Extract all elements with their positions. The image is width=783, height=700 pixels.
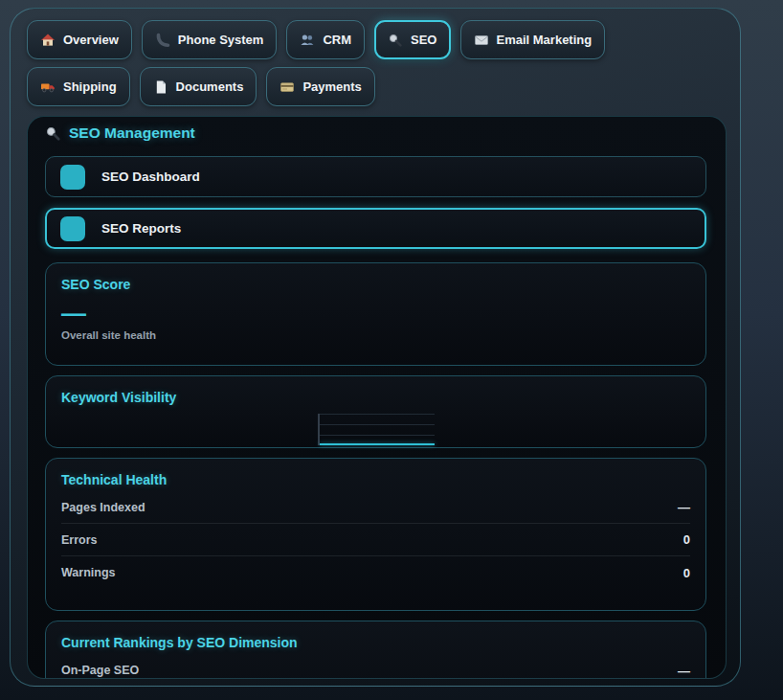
tab-label: Email Marketing <box>497 33 593 47</box>
envelope-icon <box>474 33 489 48</box>
magnifier-icon <box>388 33 403 48</box>
cyan-square-icon <box>60 216 85 241</box>
seo-score-value: — <box>61 305 690 321</box>
seo-management-panel: SEO Management SEO Dashboard SEO Reports… <box>27 116 727 679</box>
tab-label: CRM <box>323 33 351 47</box>
tab-label: Overview <box>63 33 119 47</box>
stat-label: On-Page SEO <box>61 664 139 677</box>
card-list: SEO Score — Overall site health Keyword … <box>45 262 706 679</box>
menu-item-label: SEO Reports <box>101 221 181 236</box>
tab-shipping[interactable]: Shipping <box>27 67 130 106</box>
menu-item-seo-dashboard[interactable]: SEO Dashboard <box>45 156 706 197</box>
tab-phone-system[interactable]: Phone System <box>142 20 278 59</box>
stat-rows: Pages Indexed — Errors 0 Warnings 0 <box>61 491 690 589</box>
credit-card-icon <box>280 79 295 95</box>
menu-item-label: SEO Dashboard <box>101 169 200 184</box>
tab-label: Phone System <box>178 33 264 47</box>
magnifier-icon <box>45 125 61 142</box>
technical-health-card: Technical Health Pages Indexed — Errors … <box>45 458 706 611</box>
stat-rows: On-Page SEO — <box>61 654 690 679</box>
panel-title: SEO Management <box>69 124 195 142</box>
tab-payments[interactable]: Payments <box>266 67 374 106</box>
tab-label: Payments <box>302 79 361 94</box>
stat-row-warnings: Warnings 0 <box>61 556 690 589</box>
stat-row-pages-indexed: Pages Indexed — <box>61 491 690 524</box>
tab-seo[interactable]: SEO <box>374 20 450 59</box>
menu-item-seo-reports[interactable]: SEO Reports <box>45 208 706 249</box>
document-icon <box>153 79 168 95</box>
keyword-visibility-chart <box>318 414 435 445</box>
card-title: Keyword Visibility <box>61 390 690 405</box>
stat-value: — <box>678 664 690 678</box>
tab-documents[interactable]: Documents <box>140 67 257 106</box>
phone-icon <box>155 33 170 48</box>
keyword-visibility-card: Keyword Visibility <box>45 375 706 448</box>
tab-crm[interactable]: CRM <box>286 20 365 59</box>
seo-score-card: SEO Score — Overall site health <box>45 262 706 366</box>
stat-row-errors: Errors 0 <box>61 524 690 556</box>
cyan-square-icon <box>60 165 85 190</box>
stat-value: — <box>678 500 690 514</box>
stat-value: 0 <box>683 532 690 547</box>
people-icon <box>300 33 315 48</box>
stat-label: Warnings <box>61 566 115 579</box>
tab-label: Documents <box>176 79 244 94</box>
current-rankings-card: Current Rankings by SEO Dimension On-Pag… <box>45 621 706 679</box>
chart-baseline <box>320 443 435 445</box>
seo-score-subtitle: Overall site health <box>61 329 690 341</box>
home-icon <box>40 33 56 48</box>
panel-header: SEO Management <box>45 123 706 144</box>
stat-label: Pages Indexed <box>61 501 145 514</box>
stat-label: Errors <box>61 533 98 547</box>
chart-gridline <box>320 424 435 425</box>
app-frame: Overview Phone System CRM SEO <box>10 8 741 687</box>
truck-icon <box>40 79 56 95</box>
chart-gridline <box>320 435 435 436</box>
tab-label: SEO <box>411 33 436 47</box>
tab-bar: Overview Phone System CRM SEO <box>27 20 703 106</box>
card-title: SEO Score <box>61 277 690 292</box>
tab-overview[interactable]: Overview <box>27 20 132 59</box>
card-title: Current Rankings by SEO Dimension <box>61 635 690 650</box>
chart-gridline <box>320 414 435 415</box>
tab-email-marketing[interactable]: Email Marketing <box>460 20 606 59</box>
card-title: Technical Health <box>61 472 690 487</box>
tab-label: Shipping <box>63 79 117 94</box>
stat-value: 0 <box>683 566 690 580</box>
stat-row-on-page-seo: On-Page SEO — <box>61 654 690 679</box>
